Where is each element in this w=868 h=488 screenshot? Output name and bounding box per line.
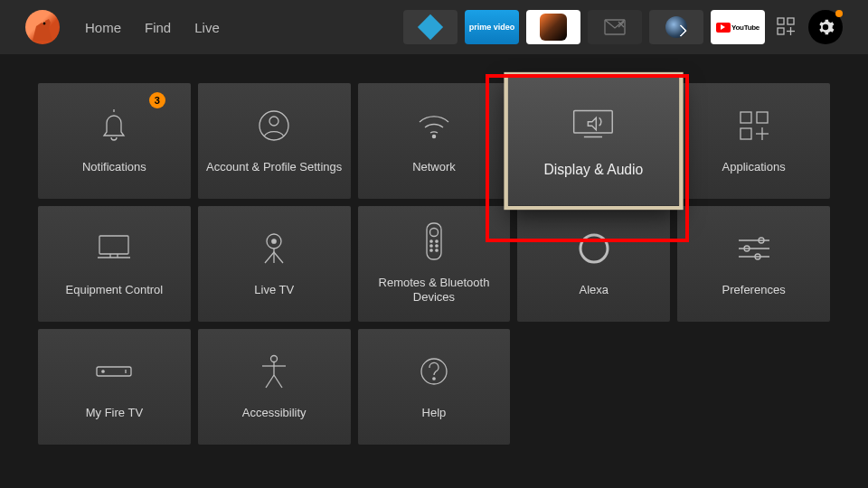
tile-account-profile[interactable]: Account & Profile Settings [198,83,351,199]
sliders-icon [736,235,772,262]
recent-apps: prime video YouTube [403,10,765,44]
svg-point-11 [432,135,435,137]
tile-display-audio[interactable]: Display & Audio [508,76,679,205]
accessibility-icon [259,353,289,389]
svg-point-46 [271,355,278,361]
tile-label: Display & Audio [536,162,652,180]
mail-icon [604,19,626,35]
tile-label: Remotes & Bluetooth Devices [358,276,511,305]
profile-avatar[interactable] [25,10,60,44]
svg-point-10 [269,117,278,126]
launcher-icon [540,14,567,41]
notification-dot-icon [835,10,843,17]
alexa-icon [578,232,610,265]
svg-rect-5 [788,18,794,24]
tile-my-fire-tv[interactable]: My Fire TV [38,329,191,445]
svg-point-30 [430,240,432,242]
tile-equipment-control[interactable]: Equipment Control [38,206,191,322]
downloader-icon [665,16,687,38]
tile-label: Help [415,406,454,420]
tile-label: Accessibility [235,406,314,420]
nav: Home Find Live [85,20,220,35]
help-icon [419,356,449,387]
tile-remotes-bluetooth[interactable]: Remotes & Bluetooth Devices [358,206,511,322]
nav-live[interactable]: Live [194,20,220,35]
svg-point-35 [436,249,438,251]
nav-find[interactable]: Find [145,20,171,35]
app-prime-video[interactable]: prime video [465,10,519,44]
svg-rect-12 [575,111,614,134]
notifications-badge: 3 [149,92,165,108]
tile-label: Live TV [247,283,301,297]
settings-button[interactable] [808,10,843,44]
tile-help[interactable]: Help [358,329,511,445]
app-downloader[interactable] [649,10,703,44]
svg-point-31 [436,240,438,242]
tile-live-tv[interactable]: Live TV [198,206,351,322]
svg-point-26 [272,239,276,243]
svg-point-52 [433,378,435,380]
tile-network[interactable]: Network [358,83,511,199]
tile-label: Preferences [715,283,793,297]
svg-line-49 [266,375,274,388]
tile-notifications[interactable]: 3 Notifications [38,83,191,199]
tile-label: Network [405,160,463,174]
gear-icon [816,17,835,37]
app-kodi[interactable] [403,10,458,44]
svg-rect-15 [757,112,768,123]
tv-audio-icon [571,107,618,139]
app-mail[interactable] [588,10,642,44]
svg-rect-6 [778,28,784,34]
tile-label: My Fire TV [79,406,150,420]
tile-preferences[interactable]: Preferences [677,206,830,322]
svg-point-29 [429,228,438,236]
apps-grid-icon [777,17,797,37]
apps-button[interactable] [770,10,803,44]
tile-accessibility[interactable]: Accessibility [198,329,351,445]
profile-icon [258,109,290,142]
svg-point-36 [580,235,608,262]
tile-label: Notifications [75,160,154,174]
svg-rect-16 [741,128,751,139]
tile-label: Account & Profile Settings [199,160,349,174]
top-bar: Home Find Live prime video YouTube [0,0,868,54]
svg-rect-14 [741,112,751,123]
svg-line-50 [274,375,282,388]
monitor-icon [95,233,133,264]
bell-icon [99,108,129,143]
tile-label: Applications [715,160,793,174]
svg-point-44 [102,371,104,372]
svg-point-32 [430,245,432,247]
settings-grid: 3 Notifications Account & Profile Settin… [0,54,868,445]
tile-alexa[interactable]: Alexa [517,206,670,322]
apps-icon [738,109,770,142]
tile-applications[interactable]: Applications [677,83,830,199]
remote-icon [425,221,443,261]
tile-label: Equipment Control [59,283,171,297]
svg-point-33 [436,245,438,247]
svg-point-34 [430,249,432,251]
firetv-icon [94,362,134,380]
svg-rect-19 [99,236,128,254]
nav-home[interactable]: Home [85,20,121,35]
app-youtube[interactable]: YouTube [711,10,765,44]
svg-point-0 [43,23,46,25]
tile-label: Alexa [572,283,617,297]
wifi-icon [416,111,452,140]
svg-rect-4 [778,18,784,24]
prime-video-label: prime video [469,23,515,32]
youtube-icon: YouTube [716,23,760,33]
antenna-icon [258,230,290,267]
app-launcher[interactable] [526,10,580,44]
